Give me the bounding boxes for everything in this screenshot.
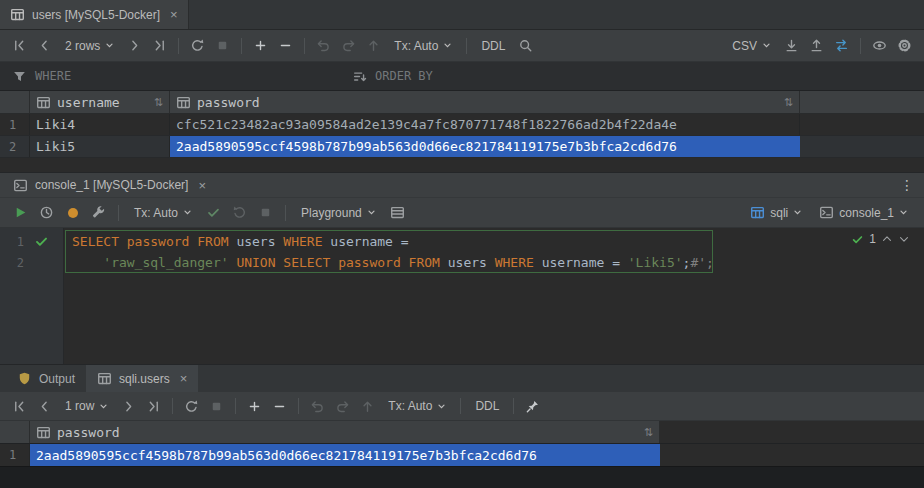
rollback-icon (232, 205, 247, 220)
order-by-label: ORDER BY (375, 69, 433, 83)
reload-button[interactable] (186, 34, 209, 57)
divider (285, 205, 286, 221)
tab-output[interactable]: Output (6, 365, 86, 392)
column-header-password[interactable]: password ⇅ (30, 421, 660, 443)
download-icon (784, 38, 799, 53)
column-header-username[interactable]: username ⇅ (30, 91, 170, 113)
divider (298, 398, 299, 414)
export-button[interactable] (780, 34, 803, 57)
delete-row-button[interactable] (274, 34, 297, 57)
cell-password-selected[interactable]: 2aad5890595ccf4598b787b99ab563d0d66ec821… (170, 136, 800, 157)
stop-button[interactable] (211, 34, 234, 57)
undo-button[interactable] (312, 34, 335, 57)
divider (172, 398, 173, 414)
pin-results-button[interactable] (521, 395, 544, 418)
schema-dropdown[interactable]: sqli (743, 205, 809, 220)
rollback-button[interactable] (228, 201, 251, 224)
chevron-down-icon (437, 402, 446, 411)
tx-mode-dropdown[interactable]: Tx: Auto (387, 39, 459, 53)
where-filter[interactable]: WHERE (0, 62, 340, 90)
ddl-button[interactable]: DDL (468, 399, 506, 413)
parameters-icon (68, 208, 78, 218)
tx-mode-dropdown[interactable]: Tx: Auto (381, 399, 453, 413)
previous-page-button[interactable] (33, 34, 56, 57)
tab-console1[interactable]: console_1 [MySQL5-Docker] × (4, 173, 215, 197)
next-page-button[interactable] (117, 395, 140, 418)
cell-username[interactable]: Liki4 (30, 114, 170, 135)
stop-button[interactable] (254, 201, 277, 224)
chevron-down-icon[interactable] (898, 233, 910, 245)
tx-mode-label: Tx: Auto (394, 39, 438, 53)
submit-button[interactable] (356, 395, 379, 418)
tab-sqli-users[interactable]: sqli.users × (86, 365, 198, 392)
output-grid: password ⇅ 1 2aad5890595ccf4598b787b99ab… (0, 421, 924, 466)
close-icon[interactable]: × (198, 179, 206, 192)
more-options-icon[interactable]: ⋮ (898, 177, 916, 193)
redo-button[interactable] (331, 395, 354, 418)
sort-toggle-icon[interactable]: ⇅ (154, 96, 163, 109)
run-button[interactable] (9, 201, 32, 224)
line-number: 2 (0, 256, 24, 270)
stop-button[interactable] (205, 395, 228, 418)
column-header-password[interactable]: password ⇅ (170, 91, 800, 113)
chevron-down-icon (183, 208, 192, 217)
sort-toggle-icon[interactable]: ⇅ (784, 96, 793, 109)
tx-mode-dropdown[interactable]: Tx: Auto (127, 206, 199, 220)
table-row: 2 Liki5 2aad5890595ccf4598b787b99ab563d0… (0, 136, 924, 158)
ddl-button[interactable]: DDL (474, 39, 512, 53)
last-row-button[interactable] (148, 34, 171, 57)
output-layout-button[interactable] (386, 201, 409, 224)
redo-icon (335, 399, 350, 414)
order-by-filter[interactable]: ORDER BY (340, 62, 924, 90)
last-row-button[interactable] (142, 395, 165, 418)
column-icon (36, 425, 51, 440)
sql-editor[interactable]: 1 2 SELECT password FROM users WHERE use… (0, 228, 924, 364)
stop-icon (209, 399, 224, 414)
redo-button[interactable] (337, 34, 360, 57)
delete-row-button[interactable] (268, 395, 291, 418)
settings-button[interactable] (893, 34, 916, 57)
add-row-button[interactable] (249, 34, 272, 57)
chevron-up-icon[interactable] (881, 233, 893, 245)
import-button[interactable] (805, 34, 828, 57)
bottom-empty-area (0, 466, 924, 488)
console-settings-button[interactable] (87, 201, 110, 224)
playground-dropdown[interactable]: Playground (294, 206, 383, 220)
divider (513, 398, 514, 414)
search-button[interactable] (514, 34, 537, 57)
session-dropdown[interactable]: console_1 (812, 205, 915, 220)
close-icon[interactable]: × (180, 372, 188, 385)
chevron-down-icon (367, 208, 376, 217)
line-number: 1 (0, 235, 24, 249)
close-icon[interactable]: × (170, 8, 178, 21)
upload-icon (809, 38, 824, 53)
last-row-icon (152, 38, 167, 53)
commit-button[interactable] (202, 201, 225, 224)
undo-button[interactable] (306, 395, 329, 418)
row-count-dropdown[interactable]: 1 row (58, 399, 115, 413)
sort-toggle-icon[interactable]: ⇅ (644, 426, 653, 439)
row-count-dropdown[interactable]: 2 rows (58, 39, 121, 53)
first-row-button[interactable] (8, 34, 31, 57)
console-tab-title: console_1 [MySQL5-Docker] (35, 178, 188, 192)
cell-password[interactable]: cfc521c23482ac93a09584ad2e139c4a7fc87077… (170, 114, 800, 135)
first-row-button[interactable] (8, 395, 31, 418)
first-row-icon (12, 399, 27, 414)
csv-format-dropdown[interactable]: CSV (725, 39, 778, 53)
next-page-button[interactable] (123, 34, 146, 57)
cell-password-selected[interactable]: 2aad5890595ccf4598b787b99ab563d0d66ec821… (30, 444, 660, 466)
add-row-button[interactable] (243, 395, 266, 418)
history-button[interactable] (35, 201, 58, 224)
editor-code-area[interactable]: SELECT password FROM users WHERE usernam… (64, 228, 924, 364)
where-label: WHERE (35, 69, 71, 83)
previous-page-button[interactable] (33, 395, 56, 418)
reload-button[interactable] (180, 395, 203, 418)
divider (241, 38, 242, 54)
parameters-button[interactable] (61, 201, 84, 224)
cell-username[interactable]: Liki5 (30, 136, 170, 157)
preview-button[interactable] (868, 34, 891, 57)
editor-tab-bar: users [MySQL5-Docker] × (0, 0, 924, 30)
transpose-button[interactable] (830, 34, 853, 57)
submit-button[interactable] (362, 34, 385, 57)
tab-users[interactable]: users [MySQL5-Docker] × (0, 0, 189, 29)
